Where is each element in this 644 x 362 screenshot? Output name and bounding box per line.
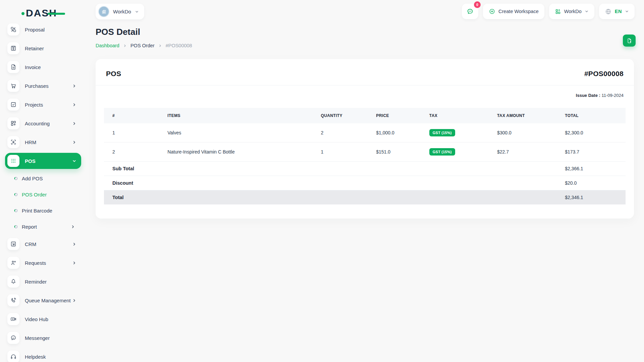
- workspace-selector[interactable]: WorkDo: [96, 4, 144, 19]
- total-row: Total $2,346.1: [104, 190, 626, 205]
- sidebar-item-queue-management[interactable]: Queue Management: [5, 291, 81, 310]
- workdo-menu-label: WorkDo: [564, 9, 582, 14]
- messenger-icon: [7, 332, 19, 344]
- invoice-icon: [7, 61, 19, 73]
- cell-index: 1: [104, 123, 163, 142]
- create-workspace-button[interactable]: Create Workspace: [483, 4, 544, 19]
- tax-badge: GST (15%): [429, 148, 455, 156]
- cell-item: Nature-Inspired Vitamin C Bottle: [163, 142, 317, 162]
- chevron-right-icon: [123, 44, 127, 48]
- issue-date: Issue Date : 11-09-2024: [104, 93, 626, 98]
- breadcrumb-current: #POS00008: [166, 43, 192, 48]
- sidebar-item-proposal[interactable]: Proposal: [5, 20, 81, 39]
- pos-detail-card: POS #POS00008 Issue Date : 11-09-2024 # …: [96, 59, 634, 219]
- chevron-right-icon: [72, 140, 76, 144]
- chevron-down-icon: [135, 10, 139, 14]
- col-quantity: QUANTITY: [317, 108, 372, 123]
- sidebar-item-requests[interactable]: Requests: [5, 253, 81, 272]
- subtotal-row: Sub Total $2,366.1: [104, 162, 626, 176]
- bullet-icon: [14, 193, 18, 196]
- sidebar-item-invoice[interactable]: Invoice: [5, 58, 81, 76]
- sidebar-item-accounting[interactable]: Accounting: [5, 114, 81, 133]
- bullet-icon: [14, 177, 18, 180]
- breadcrumb-pos-order[interactable]: POS Order: [130, 43, 155, 48]
- sidebar-item-crm[interactable]: CRM: [5, 235, 81, 253]
- sidebar-item-messenger[interactable]: Messenger: [5, 328, 81, 347]
- total-value: $2,346.1: [561, 190, 626, 205]
- messages-button[interactable]: 0: [462, 4, 478, 19]
- accounting-icon: [7, 117, 19, 129]
- pos-items-table: # ITEMS QUANTITY PRICE TAX TAX AMOUNT TO…: [104, 108, 626, 204]
- header-actions: 0 Create Workspace WorkDo EN: [462, 4, 635, 19]
- helpdesk-icon: [7, 351, 19, 362]
- sidebar-item-report[interactable]: Report: [0, 219, 86, 235]
- purchases-icon: [7, 80, 19, 92]
- chevron-down-icon: [72, 159, 76, 163]
- table-row: 1 Valves 2 $1,000.0 GST (15%) $300.0 $2,…: [104, 123, 626, 142]
- dash-logo[interactable]: DASH: [21, 7, 68, 19]
- crm-icon: [7, 238, 19, 250]
- plus-circle-icon: [489, 8, 495, 15]
- sidebar-item-retainer[interactable]: Retainer: [5, 39, 81, 58]
- chevron-right-icon: [72, 84, 76, 88]
- workdo-menu-button[interactable]: WorkDo: [549, 4, 594, 19]
- chevron-right-icon: [72, 298, 76, 303]
- pos-number: #POS00008: [584, 70, 624, 78]
- projects-icon: [7, 99, 19, 111]
- cell-total: $2,300.0: [561, 123, 626, 142]
- breadcrumb: Dashboard POS Order #POS00008: [96, 43, 192, 48]
- table-row: 2 Nature-Inspired Vitamin C Bottle 1 $15…: [104, 142, 626, 162]
- subtotal-value: $2,366.1: [561, 162, 626, 176]
- cell-tax: GST (15%): [425, 123, 493, 142]
- discount-value: $20.0: [561, 176, 626, 190]
- video-icon: [7, 313, 19, 325]
- building-icon: [101, 9, 107, 15]
- discount-label: Discount: [104, 176, 561, 190]
- cell-item: Valves: [163, 123, 317, 142]
- cell-price: $151.0: [372, 142, 425, 162]
- language-selector[interactable]: EN: [599, 4, 635, 19]
- cell-quantity: 1: [317, 142, 372, 162]
- sidebar-item-print-barcode[interactable]: Print Barcode: [0, 202, 86, 219]
- bullet-icon: [14, 209, 18, 213]
- create-workspace-label: Create Workspace: [498, 9, 539, 14]
- sidebar-item-helpdesk[interactable]: Helpdesk: [5, 347, 81, 362]
- file-export-icon: [626, 38, 633, 44]
- sidebar-item-purchases[interactable]: Purchases: [5, 76, 81, 95]
- logo-dash-icon: [48, 13, 65, 15]
- divider: [96, 85, 634, 85]
- col-index: #: [104, 108, 163, 123]
- chat-bubble-icon: [466, 8, 474, 15]
- issue-date-label: Issue Date :: [576, 93, 600, 98]
- sidebar-item-hrm[interactable]: HRM: [5, 133, 81, 152]
- cell-tax-amount: $300.0: [493, 123, 561, 142]
- chevron-right-icon: [72, 121, 76, 126]
- breadcrumb-dashboard-link[interactable]: Dashboard: [96, 43, 119, 48]
- grid-plus-icon: [555, 8, 561, 15]
- logo-dot-icon: [21, 12, 24, 15]
- chevron-right-icon: [72, 103, 76, 107]
- sidebar-item-projects[interactable]: Projects: [5, 95, 81, 114]
- chevron-right-icon: [72, 261, 76, 265]
- table-header-row: # ITEMS QUANTITY PRICE TAX TAX AMOUNT TO…: [104, 108, 626, 123]
- sidebar-item-reminder[interactable]: Reminder: [5, 272, 81, 291]
- cell-index: 2: [104, 142, 163, 162]
- cell-tax-amount: $22.7: [493, 142, 561, 162]
- language-code: EN: [615, 9, 622, 14]
- cell-price: $1,000.0: [372, 123, 425, 142]
- issue-date-value: 11-09-2024: [601, 93, 624, 98]
- chevron-right-icon: [158, 44, 162, 48]
- sidebar-item-video-hub[interactable]: Video Hub: [5, 310, 81, 328]
- pos-icon: [7, 155, 19, 167]
- cell-total: $173.7: [561, 142, 626, 162]
- sidebar-item-pos-order[interactable]: POS Order: [0, 186, 86, 202]
- requests-icon: [7, 257, 19, 269]
- sidebar-item-pos[interactable]: POS: [5, 153, 81, 169]
- workspace-name: WorkDo: [113, 9, 131, 14]
- cell-quantity: 2: [317, 123, 372, 142]
- sidebar-nav: Proposal Retainer Invoice Purchases: [0, 20, 86, 362]
- col-price: PRICE: [372, 108, 425, 123]
- cell-tax: GST (15%): [425, 142, 493, 162]
- sidebar-item-add-pos[interactable]: Add POS: [0, 170, 86, 186]
- export-pos-button[interactable]: [623, 35, 636, 47]
